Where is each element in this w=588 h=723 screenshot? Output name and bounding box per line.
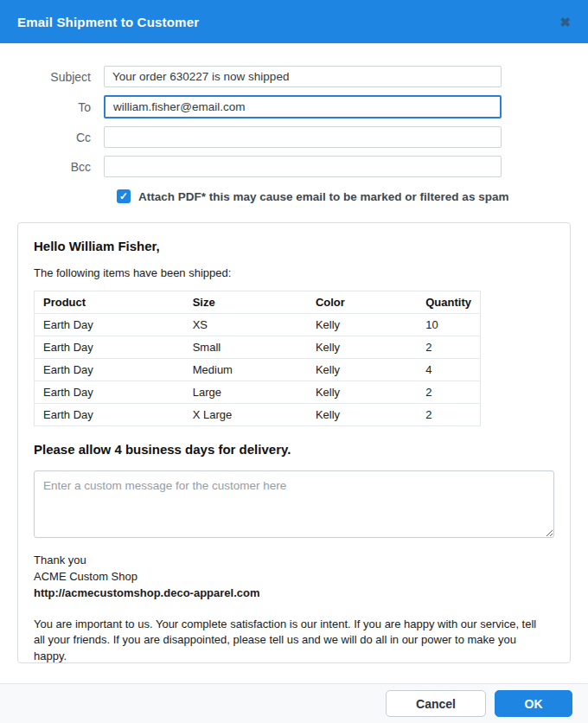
satisfaction-note: You are important to us. Your complete s… [34, 617, 546, 666]
email-preview-panel: Hello William Fisher, The following item… [17, 222, 571, 663]
email-shipment-modal: Email Shipment to Customer ✖ Subject To … [0, 0, 588, 723]
signature-shop-name: ACME Custom Shop [34, 569, 554, 585]
subject-input[interactable] [104, 66, 502, 87]
cell-quantity: 10 [417, 314, 480, 336]
cell-color: Kelly [307, 359, 417, 381]
to-label: To [0, 100, 104, 114]
email-intro: The following items have been shipped: [34, 266, 554, 279]
modal-body: Subject To Cc Bcc ✓ Attach PDF* this may… [0, 43, 588, 683]
bcc-input[interactable] [104, 156, 502, 177]
col-header-product: Product [35, 291, 184, 314]
attach-pdf-label: Attach PDF* this may cause email to be m… [138, 190, 508, 203]
table-row: Earth Day X Large Kelly 2 [35, 404, 481, 426]
cell-color: Kelly [307, 314, 417, 336]
close-icon[interactable]: ✖ [559, 16, 571, 29]
col-header-size: Size [184, 291, 307, 314]
attach-pdf-checkbox[interactable]: ✓ [117, 189, 131, 203]
ok-button[interactable]: OK [495, 690, 572, 717]
cell-size: X Large [184, 404, 307, 426]
email-greeting: Hello William Fisher, [34, 239, 554, 253]
table-row: Earth Day Small Kelly 2 [35, 336, 481, 359]
cell-product: Earth Day [35, 314, 184, 336]
cc-row: Cc [0, 126, 588, 148]
to-row: To [0, 95, 588, 118]
modal-footer: Cancel OK [0, 683, 588, 723]
cell-color: Kelly [307, 381, 417, 404]
table-header-row: Product Size Color Quantity [35, 291, 481, 314]
signature-block: Thank you ACME Custom Shop http://acmecu… [34, 553, 554, 602]
shipped-items-table: Product Size Color Quantity Earth Day XS… [34, 291, 481, 426]
cell-product: Earth Day [35, 404, 184, 426]
col-header-quantity: Quantity [417, 291, 480, 314]
cell-color: Kelly [307, 336, 417, 359]
cell-size: Medium [184, 359, 307, 381]
cell-product: Earth Day [35, 381, 184, 404]
cell-size: Small [184, 336, 307, 359]
subject-label: Subject [0, 70, 104, 84]
signature-thanks: Thank you [34, 553, 554, 569]
cell-quantity: 2 [417, 336, 480, 359]
signature-url: http://acmecustomshop.deco-apparel.com [34, 585, 554, 602]
subject-row: Subject [0, 66, 588, 87]
table-row: Earth Day Medium Kelly 4 [35, 359, 481, 381]
cc-label: Cc [0, 131, 104, 144]
cell-quantity: 4 [417, 359, 480, 381]
bcc-label: Bcc [0, 160, 104, 174]
modal-title: Email Shipment to Customer [17, 15, 199, 29]
custom-message-textarea[interactable] [34, 470, 554, 538]
bcc-row: Bcc [0, 156, 588, 177]
cell-quantity: 2 [417, 381, 480, 404]
cell-product: Earth Day [35, 336, 184, 359]
col-header-color: Color [307, 291, 417, 314]
cc-input[interactable] [104, 126, 502, 148]
table-row: Earth Day XS Kelly 10 [35, 314, 481, 336]
cell-color: Kelly [307, 404, 417, 426]
cell-size: XS [184, 314, 307, 336]
cancel-button[interactable]: Cancel [386, 690, 486, 717]
modal-header: Email Shipment to Customer ✖ [0, 0, 588, 43]
cell-quantity: 2 [417, 404, 480, 426]
cell-product: Earth Day [35, 359, 184, 381]
to-input[interactable] [104, 95, 502, 118]
delivery-note: Please allow 4 business days for deliver… [34, 442, 554, 457]
table-row: Earth Day Large Kelly 2 [35, 381, 481, 404]
cell-size: Large [184, 381, 307, 404]
attach-pdf-row: ✓ Attach PDF* this may cause email to be… [117, 189, 588, 203]
